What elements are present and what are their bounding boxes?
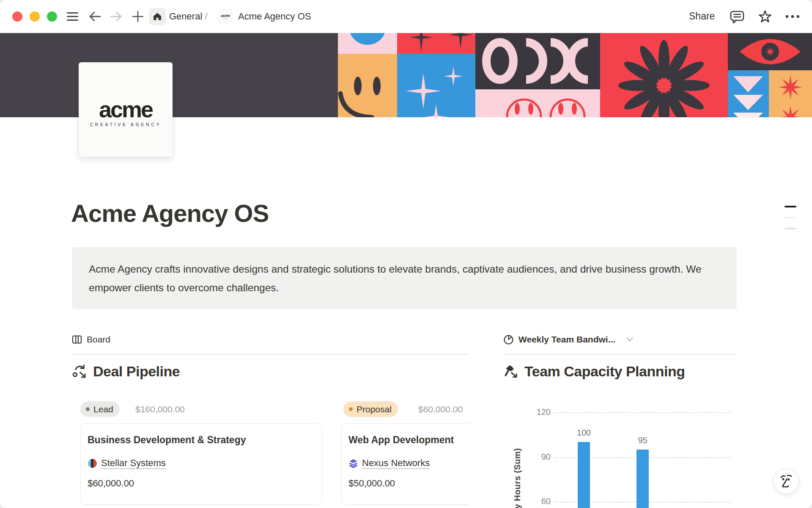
breadcrumb-separator: / bbox=[205, 11, 207, 22]
comments-button[interactable] bbox=[729, 9, 746, 25]
more-options-button[interactable] bbox=[784, 13, 802, 20]
forward-button[interactable] bbox=[109, 10, 123, 23]
status-dot bbox=[86, 407, 90, 411]
triangle-shapes bbox=[728, 70, 769, 117]
column-sum-lead: $160,000.00 bbox=[135, 401, 185, 417]
sidebar-menu-button[interactable] bbox=[66, 11, 78, 22]
minimize-window-button[interactable] bbox=[30, 11, 40, 22]
kanban-board: Lead $160,000.00 Business Development & … bbox=[72, 394, 469, 508]
thin-star-shapes bbox=[397, 33, 475, 54]
card-client-row: Stellar Systems bbox=[88, 458, 166, 469]
kanban-card[interactable]: Business Development & Strategy Stellar … bbox=[80, 423, 322, 505]
cover-tile-smileys-pink bbox=[475, 89, 600, 117]
hammer-icon bbox=[503, 364, 518, 379]
abstract-letter-shapes bbox=[475, 33, 600, 89]
table-of-contents[interactable] bbox=[785, 206, 796, 239]
cover-tile-circle bbox=[338, 33, 397, 54]
card-client-link[interactable]: Nexus Networks bbox=[362, 458, 430, 469]
cover-tile-spark-red bbox=[397, 33, 475, 54]
cover-tile-sparkles-blue bbox=[397, 54, 475, 117]
pipeline-icon bbox=[72, 364, 87, 379]
chart-bar-value-label: 95 bbox=[628, 436, 658, 445]
page-favicon-text: acme bbox=[221, 14, 230, 18]
breadcrumb-page[interactable]: Acme Agency OS bbox=[238, 11, 311, 22]
deal-pipeline-title: Deal Pipeline bbox=[93, 363, 180, 380]
card-client-row: Nexus Networks bbox=[348, 458, 430, 469]
nexus-networks-logo-icon bbox=[348, 458, 358, 468]
chart-bar-value-label: 100 bbox=[569, 428, 599, 438]
cover-tile-flower bbox=[600, 33, 728, 117]
home-button[interactable] bbox=[149, 8, 166, 25]
pie-chart-icon bbox=[503, 334, 514, 345]
card-title: Web App Development bbox=[348, 434, 469, 446]
share-button[interactable]: Share bbox=[689, 11, 715, 22]
tab-weekly-label: Weekly Team Bandwi... bbox=[518, 334, 615, 345]
tab-weekly-team-bandwidth[interactable]: Weekly Team Bandwi... bbox=[503, 334, 634, 345]
logo-text: acme bbox=[79, 99, 173, 120]
close-window-button[interactable] bbox=[12, 11, 22, 22]
chart-y-tick-label: 60 bbox=[517, 497, 551, 506]
status-pill-lead[interactable]: Lead bbox=[80, 401, 120, 417]
team-capacity-title: Team Capacity Planning bbox=[524, 363, 685, 380]
toc-line[interactable] bbox=[785, 228, 796, 229]
chart-bar[interactable] bbox=[578, 442, 590, 508]
home-icon bbox=[153, 12, 162, 21]
stellar-systems-logo-icon bbox=[88, 458, 97, 468]
forward-arrow-icon bbox=[110, 11, 122, 22]
flower-shape bbox=[600, 33, 728, 117]
plus-icon bbox=[132, 11, 144, 22]
cover-tile-eye bbox=[728, 33, 812, 70]
outline-smiley-shapes bbox=[475, 89, 600, 117]
chart-gridline bbox=[554, 412, 730, 413]
ai-face-icon bbox=[779, 474, 793, 489]
comment-icon bbox=[730, 10, 745, 24]
starburst-shapes bbox=[769, 70, 812, 117]
logo-subtext: CREATIVE AGENCY bbox=[79, 122, 173, 127]
chart-tab-divider bbox=[503, 354, 737, 355]
card-client-link[interactable]: Stellar Systems bbox=[101, 458, 166, 469]
ellipsis-icon bbox=[785, 14, 801, 19]
toc-line[interactable] bbox=[785, 217, 796, 218]
page-favicon: acme bbox=[219, 10, 232, 23]
cover-tile-smiley-orange bbox=[338, 54, 397, 117]
favorite-button[interactable] bbox=[757, 9, 774, 25]
status-dot bbox=[349, 407, 353, 411]
page-logo-card: acme CREATIVE AGENCY bbox=[79, 62, 173, 157]
board-tab-divider bbox=[72, 354, 469, 355]
chart-y-tick-label: 90 bbox=[517, 452, 551, 461]
breadcrumb-root[interactable]: General / bbox=[169, 11, 208, 22]
deal-pipeline-heading: Deal Pipeline bbox=[72, 363, 180, 380]
back-arrow-icon bbox=[89, 11, 102, 22]
callout-text: Acme Agency crafts innovative designs an… bbox=[89, 263, 702, 293]
star-icon bbox=[757, 9, 773, 25]
hamburger-icon bbox=[67, 12, 78, 21]
kanban-card[interactable]: Web App Development Nexus Networks $50,0… bbox=[341, 423, 469, 505]
capacity-chart: ty Hours (Sum) 120906010095 bbox=[503, 394, 737, 508]
status-pill-proposal[interactable]: Proposal bbox=[343, 401, 398, 417]
app-window: General / acme Acme Agency OS Share bbox=[0, 0, 812, 508]
tab-board-label: Board bbox=[87, 334, 110, 345]
chart-bar[interactable] bbox=[636, 450, 649, 508]
smiley-face-shape bbox=[338, 54, 397, 117]
blue-circle-shape bbox=[338, 33, 397, 54]
status-pill-label: Proposal bbox=[357, 404, 392, 414]
board-icon bbox=[72, 334, 82, 345]
status-pill-label: Lead bbox=[93, 404, 113, 414]
cover-tile-oddc bbox=[475, 33, 600, 89]
team-capacity-heading: Team Capacity Planning bbox=[503, 363, 685, 380]
card-amount: $50,000.00 bbox=[348, 478, 395, 489]
toc-line-active[interactable] bbox=[785, 206, 796, 207]
toolbar: General / acme Acme Agency OS Share bbox=[0, 0, 812, 33]
sparkle-shapes bbox=[397, 54, 475, 117]
chart-y-tick-label: 120 bbox=[517, 407, 551, 417]
tab-board[interactable]: Board bbox=[72, 334, 110, 345]
zoom-window-button[interactable] bbox=[47, 11, 57, 22]
back-button[interactable] bbox=[88, 10, 102, 23]
callout-block: Acme Agency crafts innovative designs an… bbox=[72, 247, 737, 309]
ai-assistant-button[interactable] bbox=[774, 469, 799, 494]
chevron-down-icon bbox=[626, 337, 634, 342]
new-tab-button[interactable] bbox=[131, 10, 145, 23]
cover-tile-triangles bbox=[728, 70, 769, 117]
card-title: Business Development & Strategy bbox=[88, 434, 315, 446]
cover-tile-starbursts bbox=[769, 70, 812, 117]
